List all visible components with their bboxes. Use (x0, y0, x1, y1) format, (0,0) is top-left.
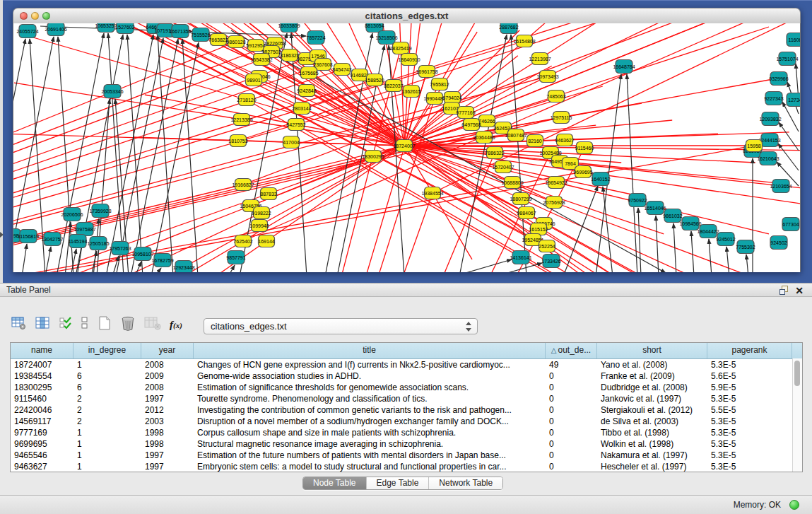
network-node[interactable]: 887833 (260, 188, 276, 200)
network-node[interactable]: 11156819 (18, 230, 39, 243)
network-node[interactable]: 10653257 (95, 23, 117, 33)
table-row[interactable]: 1830029562008Estimation of significance … (11, 382, 802, 393)
network-node[interactable]: 6497568 (461, 119, 481, 131)
network-node[interactable]: 9860128 (226, 36, 245, 48)
network-node[interactable]: 20206506 (61, 208, 83, 221)
table-row[interactable]: 911546021997Tourette syndrome. Phenomeno… (11, 393, 802, 404)
node-table-header[interactable]: namein_degreeyeartitle△out_de...shortpag… (11, 343, 802, 359)
scrollbar-thumb[interactable] (794, 361, 800, 386)
network-node[interactable]: 13042757 (41, 233, 63, 246)
select-rows-icon[interactable] (59, 316, 72, 333)
network-node[interactable]: 10975887 (73, 223, 95, 236)
close-panel-icon[interactable]: ✕ (795, 284, 804, 297)
table-row[interactable]: 1938455462009Genome-wide association stu… (11, 370, 802, 382)
network-node[interactable]: 12505185 (87, 237, 109, 250)
table-row[interactable]: 946362711997Embryonic stem cells: a mode… (11, 461, 802, 472)
network-node[interactable]: 169144 (258, 235, 274, 247)
network-node[interactable]: 18325419 (389, 42, 411, 54)
network-node[interactable]: 15720407 (492, 161, 514, 173)
column-header-name[interactable]: name (11, 343, 73, 358)
table-vertical-scrollbar[interactable] (792, 358, 802, 472)
network-node[interactable]: 12213389 (230, 114, 252, 126)
table-row[interactable]: 2242004622012Investigating the contribut… (11, 404, 802, 416)
network-node[interactable]: 12103654 (770, 180, 792, 193)
column-header-pagerank[interactable]: pagerank (707, 343, 792, 358)
network-node[interactable]: 8822037 (384, 80, 403, 92)
network-node[interactable]: 9198222 (252, 207, 271, 219)
zoom-traffic-light[interactable] (42, 12, 50, 20)
tab-network-table[interactable]: Network Table (428, 477, 502, 489)
network-node[interactable]: 9777169 (456, 107, 475, 119)
network-node[interactable]: 11606 (787, 33, 800, 47)
new-table-icon[interactable] (98, 315, 112, 334)
network-node[interactable]: 746266 (478, 115, 495, 127)
tab-edge-table[interactable]: Edge Table (366, 477, 429, 489)
column-header-year[interactable]: year (141, 343, 194, 358)
network-node[interactable]: 16782759 (151, 254, 173, 267)
network-node[interactable]: 16210643 (757, 152, 779, 165)
network-node[interactable]: 16671355 (169, 25, 191, 38)
network-node[interactable]: 20364486 (473, 132, 495, 144)
network-node[interactable]: 16154808 (513, 35, 535, 47)
row-height-icon[interactable] (81, 316, 89, 333)
network-node[interactable]: 1733426 (541, 255, 560, 268)
network-node[interactable]: 10688809 (501, 177, 523, 189)
network-node[interactable]: 9884067 (517, 207, 536, 219)
network-node[interactable]: 9463627 (555, 134, 574, 146)
network-node[interactable]: 9245012 (716, 233, 735, 246)
network-node[interactable]: 9857791 (226, 251, 245, 264)
network-node[interactable]: 10807487 (505, 129, 526, 141)
network-node[interactable]: 18300295 (362, 151, 384, 163)
network-node[interactable]: 12734 (787, 93, 800, 107)
network-table-select[interactable]: citations_edges.txt (204, 318, 478, 334)
network-node[interactable]: 16961758 (416, 66, 437, 78)
network-node[interactable]: 7515526 (191, 28, 210, 42)
network-window-titlebar[interactable]: citations_edges.txt (13, 8, 801, 24)
network-node[interactable]: 9329966 (769, 72, 788, 86)
table-row[interactable]: 1872400712008Changes of HCN gene express… (11, 359, 802, 370)
column-header-short[interactable]: short (597, 343, 707, 358)
network-node[interactable]: 19384554 (421, 187, 443, 199)
network-graph[interactable]: 2405572420691406106532571527602646616010… (13, 23, 800, 272)
network-node[interactable]: 15958 (746, 140, 763, 152)
network-node[interactable]: 12213987 (529, 53, 551, 65)
node-table[interactable]: namein_degreeyeartitle△out_de...shortpag… (10, 342, 803, 472)
network-node[interactable]: 2887682 (499, 23, 518, 34)
network-node[interactable]: 9227343 (764, 92, 783, 105)
network-node[interactable]: 7886322 (485, 147, 504, 159)
network-node[interactable]: 7625402 (233, 235, 252, 247)
function-builder-icon[interactable]: f(x) (170, 319, 182, 331)
column-header-outde[interactable]: △out_de... (546, 343, 597, 358)
network-node[interactable]: 2718120 (237, 94, 256, 106)
network-node[interactable]: 12923448 (172, 261, 194, 273)
network-node[interactable]: 16543382 (250, 54, 272, 66)
table-settings-icon[interactable] (11, 316, 27, 333)
network-node[interactable]: 9242848 (297, 85, 316, 97)
network-node[interactable]: 14136141 (510, 251, 531, 264)
delete-table-icon[interactable] (120, 315, 136, 334)
network-node[interactable]: 677304 (782, 218, 799, 231)
network-node[interactable]: 417004 (283, 136, 299, 148)
network-window[interactable]: citations_edges.txt 24055724206914061065… (13, 8, 801, 272)
network-node[interactable]: 82160 (527, 135, 543, 147)
memory-status-indicator[interactable] (789, 500, 799, 510)
network-node[interactable]: 10973493 (536, 71, 558, 83)
network-node[interactable]: 19654923 (545, 177, 567, 189)
network-node[interactable]: 7663822 (208, 34, 228, 46)
column-header-title[interactable]: title (194, 343, 546, 358)
network-node[interactable]: 17957263 (109, 242, 131, 255)
tab-node-table[interactable]: Node Table (303, 477, 366, 489)
network-node[interactable]: 9115460 (575, 142, 594, 154)
network-node[interactable]: 18724007 (393, 140, 415, 152)
network-node[interactable]: 20053346 (101, 85, 123, 98)
network-node[interactable]: 1588520 (365, 74, 384, 86)
network-node[interactable]: 20756928 (543, 197, 565, 209)
network-node[interactable]: 24055724 (16, 25, 38, 38)
network-node[interactable]: 10958107 (131, 247, 153, 261)
minimize-traffic-light[interactable] (31, 12, 39, 20)
network-node[interactable]: 15751074 (776, 52, 798, 66)
table-row[interactable]: 946554611997Estimation of the future num… (11, 450, 802, 461)
network-node[interactable]: 252254 (539, 240, 555, 252)
select-column-icon[interactable] (35, 316, 51, 333)
network-node[interactable]: 17359928 (89, 204, 111, 218)
